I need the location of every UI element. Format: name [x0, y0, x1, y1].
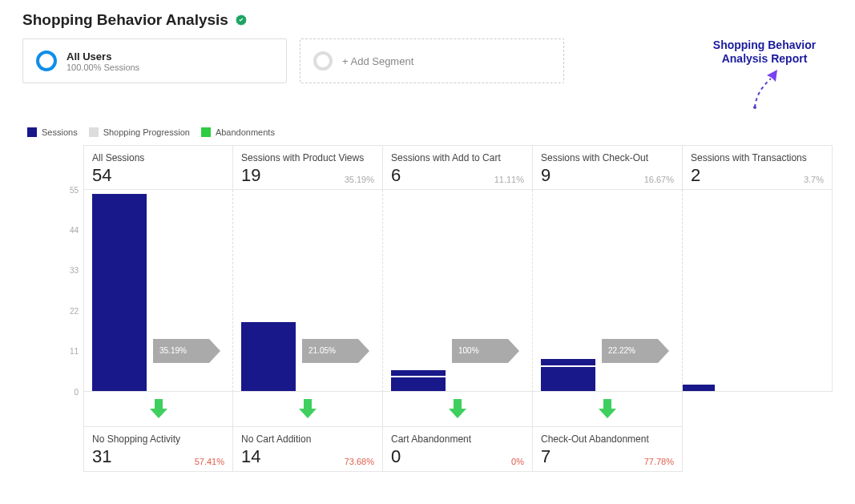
ytick: 22: [70, 306, 79, 315]
segment-name: All Users: [67, 50, 139, 62]
segment-sub: 100.00% Sessions: [67, 62, 139, 72]
svg-rect-9: [454, 399, 462, 409]
abandon-no-cart[interactable]: No Cart Addition 14 73.68%: [233, 427, 383, 472]
abandon-arrow-3: [383, 392, 533, 427]
arrow-down-icon: [148, 397, 169, 420]
chart-col-2: 21.05%: [233, 190, 383, 392]
bar-check-out: [541, 359, 595, 392]
segment-circle-icon: [36, 50, 57, 71]
svg-marker-8: [299, 409, 317, 418]
svg-marker-12: [599, 409, 616, 418]
abandon-arrow-4: [533, 392, 683, 427]
svg-marker-6: [150, 409, 167, 418]
arrow-down-icon: [447, 397, 468, 420]
chart-area: 55 44 33 22 11 0 35.19%: [22, 190, 833, 392]
bar-add-to-cart: [391, 370, 446, 392]
svg-point-0: [753, 106, 756, 109]
abandon-cart[interactable]: Cart Abandonment 0 0%: [383, 427, 533, 472]
abandon-no-shopping[interactable]: No Shopping Activity 31 57.41%: [83, 427, 233, 472]
add-circle-icon: [313, 51, 333, 71]
svg-rect-5: [155, 399, 163, 409]
verified-badge-icon: [235, 14, 248, 26]
bar-all-sessions: [92, 194, 147, 392]
segment-all-users[interactable]: All Users 100.00% Sessions: [22, 38, 287, 83]
svg-rect-7: [304, 399, 312, 409]
ytick: 0: [74, 387, 79, 396]
abandon-arrow-1: [83, 392, 233, 427]
arrow-down-icon: [597, 397, 618, 420]
abandon-arrow-2: [233, 392, 383, 427]
stage-head-all-sessions[interactable]: All Sessions 54: [83, 145, 233, 190]
add-segment-button[interactable]: + Add Segment: [300, 38, 564, 83]
add-segment-label: + Add Segment: [342, 55, 413, 67]
svg-marker-10: [449, 409, 466, 418]
chart-col-5: [683, 190, 833, 392]
chart-col-4: 22.22%: [533, 190, 683, 392]
ytick: 33: [70, 266, 79, 275]
bar-product-views: [241, 322, 296, 392]
legend: Sessions Shopping Progression Abandonmen…: [22, 127, 833, 137]
legend-sessions: Sessions: [27, 127, 78, 137]
legend-progression: Shopping Progression: [89, 127, 190, 137]
stage-head-add-to-cart[interactable]: Sessions with Add to Cart 6 11.11%: [383, 145, 533, 190]
svg-rect-11: [603, 399, 611, 409]
legend-abandonments: Abandonments: [201, 127, 275, 137]
ytick: 11: [70, 347, 79, 356]
stage-head-transactions[interactable]: Sessions with Transactions 2 3.7%: [683, 145, 833, 190]
page-title: Shopping Behavior Analysis: [22, 11, 228, 29]
chart-col-3: 100%: [383, 190, 533, 392]
ytick: 44: [70, 225, 79, 234]
progression-arrow-2: 21.05%: [302, 339, 358, 363]
funnel-chart: All Sessions 54 Sessions with Product Vi…: [22, 145, 833, 472]
stage-head-product-views[interactable]: Sessions with Product Views 19 35.19%: [233, 145, 383, 190]
progression-arrow-4: 22.22%: [602, 339, 658, 363]
ytick: 55: [70, 185, 79, 194]
report-link[interactable]: Shopping Behavior Analysis Report: [704, 38, 833, 118]
progression-arrow-3: 100%: [452, 339, 508, 363]
chart-col-1: 35.19%: [83, 190, 233, 392]
stage-head-check-out[interactable]: Sessions with Check-Out 9 16.67%: [533, 145, 683, 190]
progression-arrow-1: 35.19%: [153, 339, 209, 363]
arrow-down-icon: [297, 397, 318, 420]
report-link-text: Shopping Behavior Analysis Report: [704, 38, 825, 66]
abandon-checkout[interactable]: Check-Out Abandonment 7 77.78%: [533, 427, 683, 472]
